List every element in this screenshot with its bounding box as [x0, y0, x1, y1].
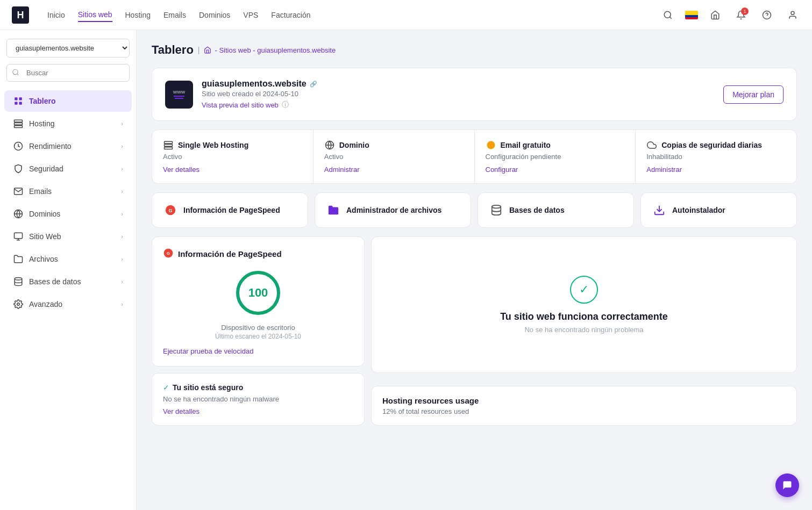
security-card: ✓ Tu sitio está seguro No se ha encontra…	[152, 373, 365, 426]
sidebar-item-hosting[interactable]: Hosting ›	[4, 113, 132, 134]
service-hosting: Single Web Hosting Activo Ver detalles	[152, 130, 314, 183]
site-info-card: WWW guiasuplementos.website 🔗 Sitio web …	[152, 68, 797, 121]
svg-point-7	[13, 69, 18, 74]
search-input[interactable]	[6, 64, 130, 82]
pagespeed-scan-date: Último escaneo el 2024-05-10	[163, 333, 353, 340]
nav-inicio[interactable]: Inicio	[47, 9, 65, 21]
nav-vps[interactable]: VPS	[243, 9, 258, 21]
hosting-usage-subtitle: 12% of total resources used	[382, 407, 786, 415]
tool-autoinstaller[interactable]: Autoinstalador	[640, 192, 797, 228]
pagespeed-device: Dispositivo de escritorio	[163, 324, 353, 332]
chevron-right-icon: ›	[121, 256, 123, 262]
service-backup: Copias de seguridad diarias Inhabilitado…	[636, 130, 796, 183]
svg-point-6	[791, 11, 794, 15]
notifications-button[interactable]: 1	[732, 6, 750, 24]
sidebar-label-hosting: Hosting	[29, 119, 54, 128]
tools-grid: G Información de PageSpeed Administrador…	[152, 192, 797, 228]
pagespeed-title: Información de PageSpeed	[178, 249, 282, 258]
chevron-right-icon: ›	[121, 188, 123, 195]
gauge-icon	[13, 141, 24, 152]
nav-facturacion[interactable]: Facturación	[271, 9, 310, 21]
store-icon-btn[interactable]	[707, 6, 724, 24]
upgrade-plan-button[interactable]: Mejorar plan	[723, 85, 783, 104]
sidebar-item-basesdatos[interactable]: Bases de datos ›	[4, 271, 132, 292]
pagespeed-score: 100	[248, 286, 268, 300]
site-created-date: Sitio web creado el 2024-05-10	[202, 90, 715, 98]
chevron-right-icon: ›	[121, 166, 123, 172]
nav-emails[interactable]: Emails	[163, 9, 186, 21]
svg-point-31	[492, 205, 501, 209]
service-backup-title: Copias de seguridad diarias	[661, 141, 762, 149]
breadcrumb-path: - Sitios web - guiasuplementos.website	[204, 46, 336, 54]
service-email-title: Email gratuito	[501, 141, 551, 149]
user-account-button[interactable]	[784, 6, 801, 24]
svg-text:H: H	[17, 10, 24, 20]
svg-rect-12	[19, 102, 22, 105]
check-circle-icon: ✓	[570, 276, 598, 304]
sidebar-item-sitioweb[interactable]: Sitio Web ›	[4, 226, 132, 247]
svg-rect-14	[15, 123, 23, 125]
site-selector[interactable]: guiasuplementos.website	[6, 39, 130, 58]
right-col: ✓ Tu sitio web funciona correctamente No…	[371, 236, 797, 426]
sidebar-item-rendimiento[interactable]: Rendimiento ›	[4, 135, 132, 157]
site-logo: WWW	[165, 81, 193, 109]
chevron-right-icon: ›	[121, 143, 123, 149]
flag-icon[interactable]	[685, 11, 698, 19]
help-button[interactable]	[758, 6, 775, 24]
service-hosting-link[interactable]: Ver detalles	[163, 166, 200, 174]
globe-icon	[13, 209, 24, 219]
grid-icon	[13, 96, 24, 106]
tool-filemanager[interactable]: Administrador de archivos	[315, 192, 471, 228]
tool-databases[interactable]: Bases de datos	[478, 192, 634, 228]
breadcrumb: Tablero | - Sitios web - guiasuplementos…	[152, 43, 797, 57]
security-title: Tu sitio está seguro	[173, 383, 243, 392]
site-status-card: ✓ Tu sitio web funciona correctamente No…	[371, 236, 797, 373]
tool-pagespeed[interactable]: G Información de PageSpeed	[152, 192, 308, 228]
tool-filemanager-label: Administrador de archivos	[346, 206, 441, 214]
nav-hosting[interactable]: Hosting	[125, 9, 151, 21]
hosting-usage-title: Hosting resources usage	[382, 396, 786, 405]
pagespeed-run-test-link[interactable]: Ejecutar prueba de velocidad	[163, 347, 253, 355]
sidebar-item-seguridad[interactable]: Seguridad ›	[4, 158, 132, 179]
sidebar-item-avanzado[interactable]: Avanzado ›	[4, 293, 132, 315]
sidebar-label-dominios: Dominios	[29, 210, 60, 218]
svg-rect-24	[165, 145, 173, 147]
chevron-right-icon: ›	[121, 233, 123, 240]
service-email-link[interactable]: Configurar	[486, 166, 518, 174]
sidebar-item-archivos[interactable]: Archivos ›	[4, 248, 132, 270]
security-details-link[interactable]: Ver detalles	[163, 407, 353, 415]
notification-badge: 1	[741, 8, 749, 15]
google-pagespeed-icon: G	[163, 248, 174, 260]
svg-rect-9	[15, 97, 17, 100]
search-button[interactable]	[659, 6, 676, 24]
hosting-icon	[13, 118, 24, 129]
external-link-icon: 🔗	[310, 81, 317, 88]
svg-rect-10	[19, 97, 22, 100]
chevron-right-icon: ›	[121, 301, 123, 307]
site-preview-link[interactable]: Vista previa del sitio web ⓘ	[202, 100, 715, 110]
svg-point-22	[17, 303, 20, 306]
breadcrumb-text: - Sitios web - guiasuplementos.website	[215, 46, 336, 54]
tool-autoinstaller-label: Autoinstalador	[672, 206, 725, 214]
checkmark-icon: ✓	[163, 383, 169, 392]
hosting-usage-card: Hosting resources usage 12% of total res…	[371, 386, 797, 426]
svg-text:G: G	[168, 208, 172, 213]
nav-dominios[interactable]: Dominios	[199, 9, 230, 21]
svg-rect-15	[15, 126, 23, 128]
sidebar-label-seguridad: Seguridad	[29, 164, 63, 173]
nav-sitiosweb[interactable]: Sitios web	[78, 8, 112, 22]
site-dropdown[interactable]: guiasuplementos.website	[6, 39, 130, 58]
page-title: Tablero	[152, 43, 194, 57]
sidebar-item-dominios[interactable]: Dominios ›	[4, 203, 132, 225]
server-icon	[163, 140, 174, 150]
chat-bubble-button[interactable]	[775, 473, 799, 497]
service-domain-link[interactable]: Administrar	[324, 166, 360, 174]
email-service-icon	[486, 140, 496, 150]
sidebar-item-emails[interactable]: Emails ›	[4, 181, 132, 202]
service-backup-link[interactable]: Administrar	[646, 166, 682, 174]
bottom-grid: G Información de PageSpeed 100 Dispositi…	[152, 236, 797, 426]
database-tool-icon	[489, 203, 504, 218]
sidebar-item-tablero[interactable]: Tablero	[4, 90, 132, 112]
main-content: Tablero | - Sitios web - guiasuplementos…	[137, 30, 812, 510]
service-domain-title: Dominio	[339, 141, 369, 149]
